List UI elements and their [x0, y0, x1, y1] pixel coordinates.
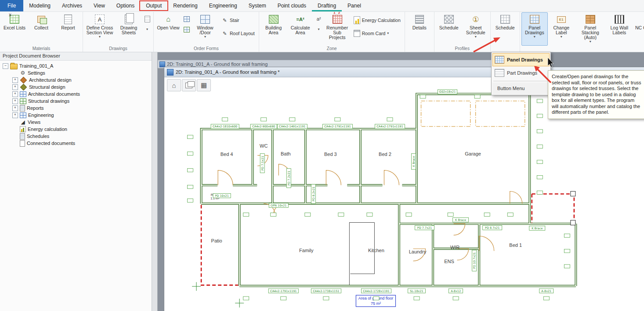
- tree-item-settings[interactable]: ⚙ Settings: [3, 69, 152, 76]
- svg-text:CA4x2-1810x600: CA4x2-1810x600: [213, 125, 237, 128]
- tab-panel[interactable]: Panel: [342, 0, 367, 11]
- drawing-sheets-icon: [124, 14, 134, 24]
- panel-stacking-button[interactable]: Panel Stacking (Auto) ▾: [575, 12, 606, 46]
- menu-item-panel-drawings[interactable]: Panel Drawings: [492, 53, 550, 66]
- collapse-box[interactable]: −: [3, 63, 8, 69]
- profiles-schedule-button[interactable]: Schedule: [436, 12, 462, 46]
- log-wall-labels-button[interactable]: Log Wall Labels: [606, 12, 633, 46]
- plan-marker: [448, 213, 453, 216]
- panel-drawings-button[interactable]: Panel Drawings ▾: [521, 12, 548, 46]
- order-window-button[interactable]: [182, 14, 192, 24]
- renumber-sub-projects-button[interactable]: 1 2 Renumber Sub Projects: [324, 12, 351, 46]
- details-button[interactable]: Details: [406, 12, 433, 46]
- stair-button[interactable]: ✎ Stair: [219, 14, 257, 26]
- plan-marker: [420, 95, 426, 98]
- order-door-button[interactable]: [182, 25, 192, 34]
- plan-marker: [414, 297, 420, 300]
- room-label: WC: [260, 143, 268, 148]
- tree-item-structural-design[interactable]: + Structural design: [3, 83, 152, 90]
- tab-output[interactable]: Output: [140, 0, 167, 11]
- open-view-button[interactable]: ⌂ Open View: [155, 12, 181, 46]
- svg-text:CA4x2-1491x1191: CA4x2-1491x1191: [279, 125, 305, 128]
- tree-item-schedules[interactable]: Schedules: [3, 133, 152, 140]
- room-label: Bed 3: [324, 152, 337, 157]
- plan-marker: [406, 213, 412, 216]
- sheet-schedule-button[interactable]: ① Sheet Schedule ▾: [463, 12, 489, 46]
- energy-calculation-button[interactable]: Energy Calculation: [351, 14, 403, 26]
- area-a2-button[interactable]: a²: [314, 14, 324, 24]
- svg-text:PD 7.5x21: PD 7.5x21: [261, 156, 264, 170]
- nc-output-button[interactable]: ⌖ NC Output ▾: [633, 12, 644, 46]
- plan-marker: [474, 95, 480, 98]
- calculate-area-icon: =A²: [296, 14, 305, 24]
- group-panel-tools: Panel Drawings ▾ E1 Change Label ▾ Panel…: [520, 11, 644, 52]
- svg-text:PD 8.2x21: PD 8.2x21: [312, 187, 315, 201]
- drawing-extra-dropdown[interactable]: ▾: [142, 25, 152, 34]
- home-view-button[interactable]: ⌂: [167, 79, 181, 91]
- plan-tag: PD 10x21: [213, 194, 231, 198]
- tab-file[interactable]: File: [0, 0, 23, 11]
- plan-marker: [188, 199, 193, 202]
- weave-icon: [444, 14, 454, 24]
- tree-item-energy-calculation[interactable]: Energy calculation: [3, 126, 152, 133]
- define-cross-section-button[interactable]: A Define Cross Section View ▾: [84, 12, 115, 46]
- plan-tag: CA4x2-1491x1191: [277, 124, 307, 129]
- structural-drawings-icon: [20, 98, 26, 104]
- tab-options[interactable]: Options: [111, 0, 140, 11]
- tree-item-structural-drawings[interactable]: + Structural drawings: [3, 98, 152, 105]
- window-plus-icon: [184, 16, 190, 22]
- door-plus-icon: [184, 26, 190, 33]
- building-area-icon: [269, 14, 279, 24]
- tree-root[interactable]: − Training_001_A: [3, 62, 152, 69]
- tab-engineering[interactable]: Engineering: [203, 0, 243, 11]
- drawing-extra-button[interactable]: [142, 14, 152, 24]
- energy-calculation-icon: [20, 126, 26, 132]
- sheet-icon: [144, 16, 151, 22]
- menu-item-part-drawings[interactable]: Part Drawings: [492, 66, 550, 80]
- vertical-scrollbar[interactable]: [152, 52, 158, 311]
- grid-views-button[interactable]: ▦: [197, 79, 211, 91]
- area-a2-dropdown[interactable]: ▾: [314, 25, 324, 34]
- change-label-icon: E1: [557, 14, 566, 24]
- room-label: Bed 2: [379, 152, 391, 157]
- roof-layout-button[interactable]: ✎ Roof Layout: [219, 27, 257, 40]
- plan-marker: [564, 234, 570, 237]
- tab-system[interactable]: System: [243, 0, 272, 11]
- drawing-sheets-button[interactable]: Drawing Sheets: [116, 12, 142, 46]
- menu-item-button-menu[interactable]: Button Menu: [492, 83, 550, 94]
- tab-modeling[interactable]: Modeling: [23, 0, 56, 11]
- tab-point-clouds[interactable]: Point clouds: [272, 0, 312, 11]
- panel-drawings-menu: Panel Drawings Part Drawings Button Menu: [491, 52, 551, 95]
- schedule-button[interactable]: Schedule: [492, 12, 518, 46]
- excel-lists-button[interactable]: X Excel Lists: [1, 12, 28, 46]
- tree-item-architectural-documents[interactable]: + Architectural documents: [3, 90, 152, 98]
- tree-item-architectural-design[interactable]: + Architectural design: [3, 76, 152, 83]
- collect-button[interactable]: Collect: [28, 12, 54, 46]
- plan-tag: SL-18x21: [408, 289, 426, 293]
- window-door-button[interactable]: Window /Door ▾: [192, 12, 218, 46]
- tree-item-views[interactable]: ◢ Views: [3, 119, 152, 126]
- tree-item-engineering[interactable]: + Engineering: [3, 112, 152, 119]
- plan-marker: [261, 118, 267, 121]
- window-title: 2D: Training_001_A - Ground floor wall f…: [176, 69, 280, 75]
- report-button[interactable]: Report: [55, 12, 81, 46]
- tab-archives[interactable]: Archives: [56, 0, 88, 11]
- plan-marker: [281, 297, 286, 300]
- grid-icon: ▦: [201, 81, 207, 89]
- tree-item-connected-documents[interactable]: Connected documents: [3, 140, 152, 147]
- room-card-icon: [354, 30, 360, 37]
- building-area-button[interactable]: Building Area: [260, 12, 287, 46]
- tab-drafting[interactable]: Drafting: [312, 0, 342, 11]
- cascade-views-button[interactable]: [182, 79, 196, 91]
- tab-rendering[interactable]: Rendering: [167, 0, 203, 11]
- room-card-button[interactable]: Room Card ▾: [351, 27, 403, 40]
- room-label: Garage: [465, 151, 481, 156]
- plan-marker: [537, 176, 543, 179]
- calculate-area-button[interactable]: =A² Calculate Area: [287, 12, 314, 46]
- tab-view[interactable]: View: [88, 0, 111, 11]
- panel-drawings-icon: [530, 14, 539, 24]
- tree-item-reports[interactable]: + Reports: [3, 105, 152, 112]
- change-label-button[interactable]: E1 Change Label ▾: [548, 12, 575, 46]
- plan-tag: CA4x2-1791x1191: [322, 124, 352, 129]
- room-label: Bath: [281, 151, 291, 156]
